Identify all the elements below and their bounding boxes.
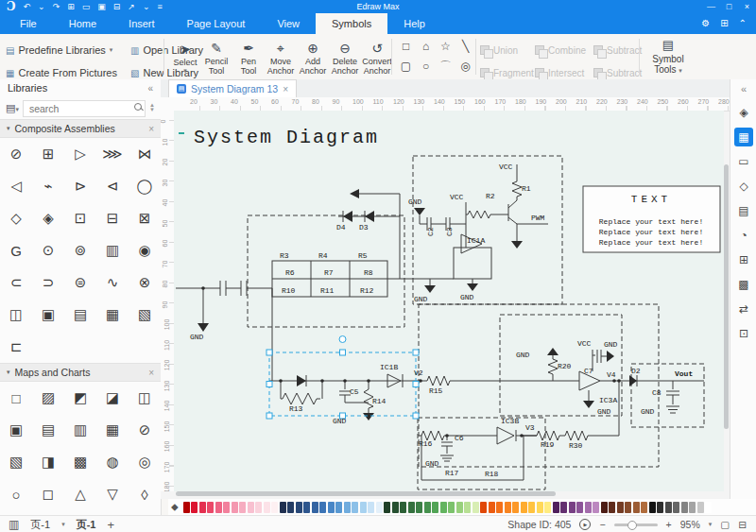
- library-symbol[interactable]: ⌁: [32, 170, 64, 202]
- library-symbol[interactable]: ∿: [96, 266, 129, 299]
- star-shape-icon[interactable]: ☆: [437, 38, 455, 56]
- scroll-spinner[interactable]: ▲▼: [149, 103, 155, 112]
- color-swatch[interactable]: [384, 502, 390, 513]
- library-symbol[interactable]: ▥: [64, 414, 96, 446]
- fragment-button[interactable]: Fragment: [480, 68, 535, 78]
- library-symbol[interactable]: ⊘: [129, 414, 161, 446]
- library-symbol[interactable]: ◇: [0, 202, 32, 234]
- pencil-tool-button[interactable]: ✎Pencil Tool: [200, 38, 232, 76]
- library-symbol[interactable]: ⊙: [32, 234, 64, 266]
- library-symbol[interactable]: ◻: [32, 478, 64, 510]
- library-symbol[interactable]: ◍: [96, 446, 129, 478]
- color-swatch[interactable]: [183, 502, 190, 513]
- library-symbol[interactable]: ▧: [0, 446, 32, 478]
- library-symbol[interactable]: ⊗: [129, 266, 161, 299]
- color-swatch[interactable]: [528, 502, 535, 513]
- apps-grid-icon[interactable]: ⊞: [720, 13, 728, 34]
- library-symbol[interactable]: △: [64, 478, 96, 510]
- document-tab[interactable]: ▤ System Diagram 13 ×: [168, 79, 297, 97]
- color-swatch[interactable]: [681, 502, 688, 513]
- color-swatch[interactable]: [617, 502, 624, 513]
- selection-handle[interactable]: [266, 350, 272, 355]
- color-swatch[interactable]: [456, 502, 463, 513]
- export-icon[interactable]: ↗: [128, 0, 135, 13]
- color-swatch[interactable]: [521, 502, 527, 513]
- library-symbol[interactable]: ⊚: [64, 234, 96, 266]
- color-swatch[interactable]: [633, 502, 640, 513]
- settings-icon[interactable]: ⚙: [701, 13, 710, 34]
- library-symbol[interactable]: ⊟: [96, 202, 129, 234]
- color-swatch[interactable]: [569, 502, 576, 513]
- section-header-maps-and-charts[interactable]: ▾Maps and Charts×: [0, 363, 161, 382]
- symbol-library-icon[interactable]: ▦: [734, 128, 753, 146]
- add-page-button[interactable]: +: [107, 518, 114, 532]
- arc-shape-icon[interactable]: ⌒: [437, 58, 455, 76]
- pen-tool-button[interactable]: ✒Pen Tool: [232, 38, 265, 76]
- library-symbol[interactable]: ⊃: [32, 266, 64, 299]
- print-icon[interactable]: ⊟: [113, 0, 121, 13]
- collapse-ribbon-icon[interactable]: ⌃: [739, 13, 747, 34]
- color-swatch[interactable]: [312, 502, 318, 513]
- library-symbol[interactable]: ▣: [32, 299, 64, 331]
- horizontal-scrollbar[interactable]: [176, 491, 556, 496]
- zoom-in-button[interactable]: +: [666, 519, 672, 530]
- close-icon[interactable]: ×: [148, 124, 154, 134]
- color-swatch[interactable]: [264, 502, 270, 513]
- color-swatch[interactable]: [376, 502, 383, 513]
- color-swatch[interactable]: [352, 502, 358, 513]
- color-swatch[interactable]: [296, 502, 302, 513]
- color-swatch[interactable]: [271, 502, 278, 513]
- color-swatch[interactable]: [223, 502, 230, 513]
- library-symbol[interactable]: ◩: [64, 382, 96, 414]
- library-symbol[interactable]: ⋙: [96, 138, 129, 170]
- color-swatch[interactable]: [239, 502, 246, 513]
- open-file-icon[interactable]: ▭: [82, 0, 91, 13]
- color-swatch[interactable]: [505, 502, 511, 513]
- tab-view[interactable]: View: [261, 13, 316, 34]
- library-symbol[interactable]: ▣: [0, 414, 32, 446]
- edraw-logo-icon[interactable]: Ɔ: [7, 0, 16, 13]
- pages-icon[interactable]: ▥: [9, 518, 19, 531]
- library-symbol[interactable]: G: [0, 234, 32, 266]
- tab-insert[interactable]: Insert: [112, 13, 171, 34]
- library-list-icon[interactable]: ▤▾: [6, 102, 19, 114]
- library-symbol[interactable]: ◨: [32, 446, 64, 478]
- customize-toolbar-icon[interactable]: ≡: [157, 0, 162, 13]
- color-swatch[interactable]: [392, 502, 399, 513]
- tab-help[interactable]: Help: [387, 13, 441, 34]
- library-symbol[interactable]: ◯: [129, 170, 161, 202]
- color-swatch[interactable]: [400, 502, 406, 513]
- fit-window-icon[interactable]: ⊡: [734, 324, 753, 343]
- save-icon[interactable]: ▣: [97, 0, 106, 13]
- close-button[interactable]: ×: [738, 0, 756, 13]
- collapse-panel-icon[interactable]: «: [734, 82, 753, 95]
- collapse-panel-icon[interactable]: «: [147, 83, 153, 94]
- color-swatch[interactable]: [424, 502, 431, 513]
- color-swatch[interactable]: [553, 502, 559, 513]
- color-swatch[interactable]: [464, 502, 471, 513]
- selection-handle[interactable]: [266, 382, 272, 387]
- section-header-composite-assemblies[interactable]: ▾Composite Assemblies×: [0, 119, 161, 138]
- undo-icon[interactable]: ↶: [24, 0, 31, 13]
- swap-icon[interactable]: ⇄: [734, 300, 753, 318]
- color-swatch[interactable]: [328, 502, 335, 513]
- color-swatch[interactable]: [215, 502, 222, 513]
- color-swatch[interactable]: [303, 502, 310, 513]
- clipart-icon[interactable]: ▩: [734, 275, 753, 294]
- color-swatch[interactable]: [280, 502, 286, 513]
- color-swatch[interactable]: [335, 502, 342, 513]
- picture-icon[interactable]: ▭: [734, 152, 753, 171]
- library-symbol[interactable]: ⊲: [96, 170, 129, 202]
- page-dropdown-icon[interactable]: ▾: [61, 521, 65, 528]
- selection-handle[interactable]: [413, 382, 419, 387]
- add-anchor-button[interactable]: ⊕Add Anchor: [297, 38, 329, 76]
- rounded-rectangle-shape-icon[interactable]: ▢: [397, 58, 415, 76]
- zoom-dropdown-icon[interactable]: ▾: [709, 521, 713, 528]
- library-symbol[interactable]: ◊: [129, 478, 161, 510]
- color-swatch[interactable]: [368, 502, 374, 513]
- drawing-canvas[interactable]: System Diagram: [174, 111, 724, 491]
- layers-icon[interactable]: ◇: [734, 177, 753, 196]
- color-swatch[interactable]: [537, 502, 543, 513]
- library-symbol[interactable]: ◫: [129, 382, 161, 414]
- color-swatch[interactable]: [472, 502, 479, 513]
